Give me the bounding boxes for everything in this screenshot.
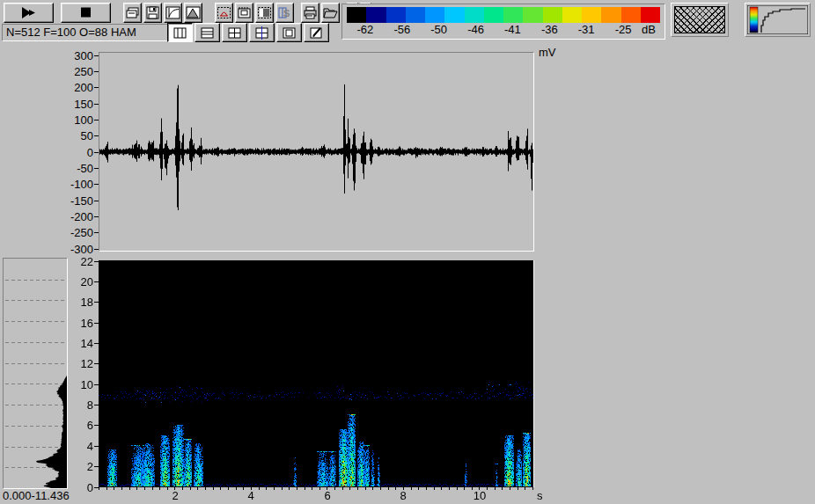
scale-tick-label: -25 [605,23,642,37]
waveform-canvas[interactable] [99,53,533,251]
section-ticks-icon [237,6,252,19]
transfer-curve-panel [745,3,811,37]
waveform-y-tick-label: -200 [53,210,93,223]
spectrogram-y-tick-label: 16 [53,317,93,330]
waveform-unit-label: mV [539,46,556,59]
grid-cursor-icon [254,26,269,40]
hatch-pattern-icon [674,6,725,33]
scroll-lock-button[interactable]: S [275,3,294,23]
layout-grid-cursor-button[interactable] [249,23,275,42]
spectrogram-y-tick-label: 8 [53,398,93,412]
save-button[interactable] [143,3,162,23]
spectrum-display-button[interactable] [184,3,202,23]
play-icon [21,6,36,19]
color-swatch-12 [582,7,601,23]
color-swatch-6 [465,7,484,23]
spectrogram-y-tick-label: 22 [53,255,93,268]
stop-icon [78,6,93,19]
waveform-y-tick-label: 50 [53,129,93,142]
waveform-y-tick-label: 0 [53,146,93,159]
spectrogram-y-tick-label: 10 [53,378,93,391]
curve-display-button[interactable] [164,3,182,23]
scale-tick-label: -31 [568,23,605,37]
waveform-y-tick-label: 300 [53,49,93,62]
hatch-legend-panel [671,3,729,37]
spectrogram-y-tick-label: 18 [53,296,93,309]
toolbar-row-2 [167,23,329,42]
scale-tick-label: -41 [495,23,532,37]
waveform-y-tick-label: 200 [53,81,93,94]
waveform-y-tick-label: 250 [53,65,93,78]
open-folder-icon [323,6,338,19]
scale-tick-label: -62 [347,23,384,37]
layout-vertical-button[interactable] [167,23,193,42]
grid-horizontal-icon [200,26,215,40]
color-swatch-15 [641,7,660,23]
fft-status-text: N=512 F=100 O=88 HAM [6,26,136,39]
printer-icon [303,6,318,19]
average-spectrum-panel[interactable] [3,258,68,489]
layout-horizontal-button[interactable] [195,23,220,42]
waveform-y-tick-label: 100 [53,113,93,127]
play-button[interactable] [4,3,54,23]
edit-pencil-icon [309,26,324,40]
pages-icon [125,6,140,19]
single-box-icon [282,26,297,40]
spectrogram-y-tick-label: 2 [53,460,93,473]
open-file-button[interactable] [321,3,340,23]
spectrogram-x-tick-label: 6 [317,489,338,502]
spectrogram-x-tick-label: 8 [393,489,414,502]
waveform-plot[interactable] [99,52,534,252]
scale-tick-label: -46 [458,23,495,37]
spectrogram-plot[interactable] [99,260,534,487]
section-ruler-button[interactable] [235,3,253,23]
edit-button[interactable] [304,23,329,42]
color-swatch-2 [386,7,406,23]
peak-icon [186,6,201,19]
copy-display-button[interactable] [123,3,142,23]
spectrogram-y-tick-label: 6 [53,419,93,432]
section-red-icon [217,6,231,19]
transfer-curve-icon [747,5,808,34]
spectrogram-canvas[interactable] [99,260,533,486]
color-swatch-0 [347,7,366,23]
scale-tick-label: -36 [531,23,568,37]
color-swatch-10 [543,7,562,23]
color-swatch-9 [523,7,542,23]
section-marker-button[interactable] [215,3,233,23]
toolbar-row-1: S [4,3,371,23]
waveform-y-tick-label: -300 [53,243,93,256]
stop-button[interactable] [61,3,111,23]
grid-vertical-icon [173,26,187,40]
scale-unit-label: dB [642,23,664,37]
color-swatch-8 [503,7,523,23]
fft-status-box: N=512 F=100 O=88 HAM [2,24,168,41]
layout-grid-button[interactable] [222,23,247,42]
layout-single-button[interactable] [276,23,302,42]
spectrogram-x-tick-label: 2 [165,489,186,502]
time-unit-label: s [537,489,543,502]
color-swatch-5 [444,7,464,23]
spectrogram-y-tick-label: 14 [53,337,93,350]
waveform-y-tick-label: -100 [53,178,93,191]
spectrogram-y-tick-label: 20 [53,275,93,289]
color-scale-gradient [347,7,660,23]
waveform-y-tick-label: -150 [53,194,93,208]
print-button[interactable] [301,3,319,23]
color-scale-panel: -62-56-50-46-41-36-31-25dB [341,4,665,40]
scale-tick-label: -50 [421,23,458,37]
waveform-y-tick-label: -50 [53,162,93,175]
color-swatch-1 [366,7,385,23]
color-swatch-7 [484,7,503,23]
grid-cross-icon [227,26,242,40]
color-swatch-13 [601,7,620,23]
average-spectrum-canvas[interactable] [4,259,67,488]
color-swatch-4 [425,7,444,23]
curve-icon [165,6,180,19]
color-swatch-11 [562,7,582,23]
section-fill-button[interactable] [255,3,274,23]
app-window: S N=512 F=100 O=88 HAM -62-56-50-46-41-3… [0,0,815,504]
spectrogram-y-tick-label: 0 [53,481,93,494]
spectrogram-x-tick-label: 4 [240,489,261,502]
spectrogram-y-tick-label: 4 [53,440,93,453]
